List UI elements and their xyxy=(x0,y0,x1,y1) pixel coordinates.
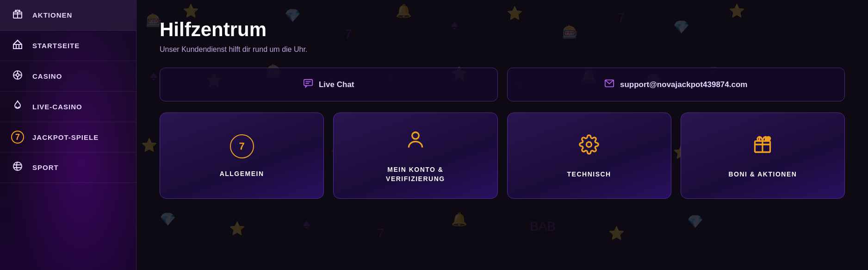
sport-icon xyxy=(11,161,24,174)
svg-point-10 xyxy=(13,162,22,170)
page-title: Hilfzentrum xyxy=(160,19,845,41)
casino-icon xyxy=(11,69,24,83)
category-mein-konto-label: MEIN KONTO & VERIFIZIERUNG xyxy=(386,165,445,183)
number7-icon: 7 xyxy=(230,134,254,158)
gift-icon xyxy=(11,8,24,22)
svg-rect-11 xyxy=(304,80,312,86)
home-icon xyxy=(11,39,24,52)
gear-icon xyxy=(579,134,599,159)
sidebar-item-startseite[interactable]: STARTSEITE xyxy=(0,31,136,61)
category-technisch-label: TECHNISCH xyxy=(567,170,611,179)
category-allgemein[interactable]: 7 ALLGEMEIN xyxy=(160,113,324,199)
category-mein-konto[interactable]: MEIN KONTO & VERIFIZIERUNG xyxy=(333,113,497,199)
sidebar-item-aktionen[interactable]: AKTIONEN xyxy=(0,0,136,31)
main-content: 🎰 ⭐ 7 💎 7 🔔 ♠ ⭐ 🎰 7 💎 ⭐ ♠ ⭐ 🎰 BAB 7 ⭐ ♠ … xyxy=(136,0,868,270)
person-icon xyxy=(405,130,426,154)
svg-point-1 xyxy=(15,10,16,11)
categories-row: 7 ALLGEMEIN MEIN KONTO & VERIFIZIERUNG T… xyxy=(160,113,845,199)
sidebar-item-casino[interactable]: CASINO xyxy=(0,61,136,92)
jackpot-icon: 7 xyxy=(11,131,24,144)
sidebar-item-jackpot-label: JACKPOT-SPIELE xyxy=(32,133,99,141)
live-chat-label: Live Chat xyxy=(319,80,354,89)
contact-row: Live Chat support@novajackpot439874.com xyxy=(160,68,845,101)
svg-point-16 xyxy=(587,142,592,147)
svg-point-5 xyxy=(16,74,19,76)
email-button[interactable]: support@novajackpot439874.com xyxy=(507,68,845,101)
category-boni[interactable]: + BONI & AKTIONEN xyxy=(681,113,845,199)
sidebar-item-sport-label: SPORT xyxy=(32,163,59,171)
live-chat-button[interactable]: Live Chat xyxy=(160,68,498,101)
email-icon xyxy=(604,78,614,91)
sidebar-item-aktionen-label: AKTIONEN xyxy=(32,11,72,19)
category-boni-label: BONI & AKTIONEN xyxy=(728,170,797,179)
svg-text:+: + xyxy=(768,137,769,141)
email-label: support@novajackpot439874.com xyxy=(620,80,747,89)
sidebar-item-live-casino-label: LIVE-CASINO xyxy=(32,103,82,111)
sidebar-item-live-casino[interactable]: LIVE-CASINO xyxy=(0,92,136,122)
sidebar-item-sport[interactable]: SPORT xyxy=(0,152,136,183)
live-casino-icon xyxy=(11,100,24,113)
svg-point-2 xyxy=(19,10,20,11)
sidebar-item-jackpot[interactable]: 7 JACKPOT-SPIELE xyxy=(0,122,136,152)
bonus-icon: + xyxy=(752,134,773,159)
svg-point-15 xyxy=(412,132,419,139)
sidebar-item-startseite-label: STARTSEITE xyxy=(32,42,80,50)
sidebar-item-casino-label: CASINO xyxy=(32,72,62,80)
svg-rect-3 xyxy=(13,44,22,49)
sidebar: AKTIONEN STARTSEITE CA xyxy=(0,0,136,270)
page-subtitle: Unser Kundendienst hilft dir rund um die… xyxy=(160,45,845,54)
chat-icon xyxy=(303,78,313,91)
category-technisch[interactable]: TECHNISCH xyxy=(507,113,671,199)
category-allgemein-label: ALLGEMEIN xyxy=(220,170,264,179)
